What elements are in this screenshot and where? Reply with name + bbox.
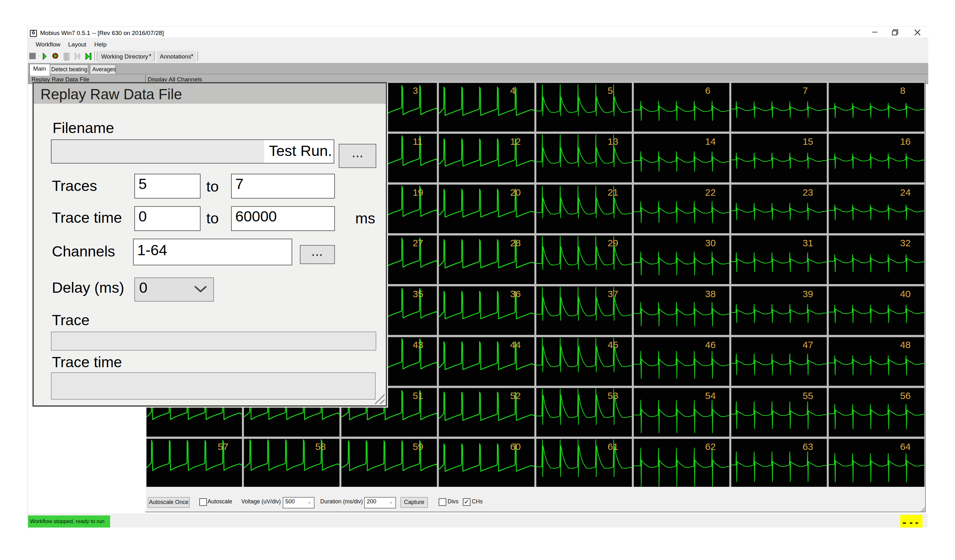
svg-text:16: 16: [900, 136, 910, 147]
svg-text:47: 47: [803, 339, 813, 350]
svg-text:20: 20: [510, 187, 521, 197]
svg-text:8: 8: [900, 85, 905, 96]
svg-text:53: 53: [608, 390, 618, 401]
svg-text:43: 43: [413, 339, 423, 350]
svg-text:24: 24: [900, 187, 910, 197]
svg-text:55: 55: [803, 390, 813, 401]
svg-text:59: 59: [413, 441, 423, 452]
svg-text:37: 37: [608, 289, 618, 299]
svg-text:62: 62: [705, 441, 715, 452]
svg-text:35: 35: [413, 289, 423, 299]
svg-text:63: 63: [803, 441, 813, 452]
svg-text:14: 14: [705, 136, 715, 147]
svg-text:23: 23: [803, 187, 813, 197]
svg-text:57: 57: [218, 441, 228, 452]
svg-text:29: 29: [608, 238, 618, 248]
svg-text:12: 12: [510, 136, 521, 147]
svg-text:60: 60: [510, 441, 521, 452]
svg-text:52: 52: [510, 390, 521, 401]
svg-text:46: 46: [705, 339, 715, 350]
svg-text:58: 58: [315, 441, 326, 452]
svg-text:5: 5: [608, 85, 613, 96]
svg-text:31: 31: [803, 238, 813, 248]
svg-text:39: 39: [803, 289, 813, 299]
svg-text:19: 19: [413, 187, 423, 197]
svg-text:48: 48: [900, 339, 910, 350]
svg-text:27: 27: [413, 238, 423, 248]
svg-text:44: 44: [510, 339, 521, 350]
svg-text:6: 6: [705, 85, 711, 96]
svg-text:32: 32: [900, 238, 910, 248]
svg-text:22: 22: [705, 187, 715, 197]
svg-text:11: 11: [413, 136, 423, 147]
svg-text:30: 30: [705, 238, 715, 248]
svg-text:4: 4: [510, 85, 516, 96]
svg-text:45: 45: [608, 339, 618, 350]
svg-text:40: 40: [900, 289, 910, 299]
svg-text:51: 51: [413, 390, 423, 401]
svg-text:13: 13: [608, 136, 618, 147]
svg-text:15: 15: [803, 136, 813, 147]
svg-text:54: 54: [705, 390, 715, 401]
svg-text:61: 61: [608, 441, 618, 452]
svg-text:21: 21: [608, 187, 618, 197]
svg-text:38: 38: [705, 289, 715, 299]
svg-text:56: 56: [900, 390, 910, 401]
svg-text:64: 64: [900, 441, 910, 452]
svg-text:28: 28: [510, 238, 521, 248]
svg-text:7: 7: [803, 85, 808, 96]
svg-text:3: 3: [413, 85, 418, 96]
svg-text:36: 36: [510, 289, 521, 299]
